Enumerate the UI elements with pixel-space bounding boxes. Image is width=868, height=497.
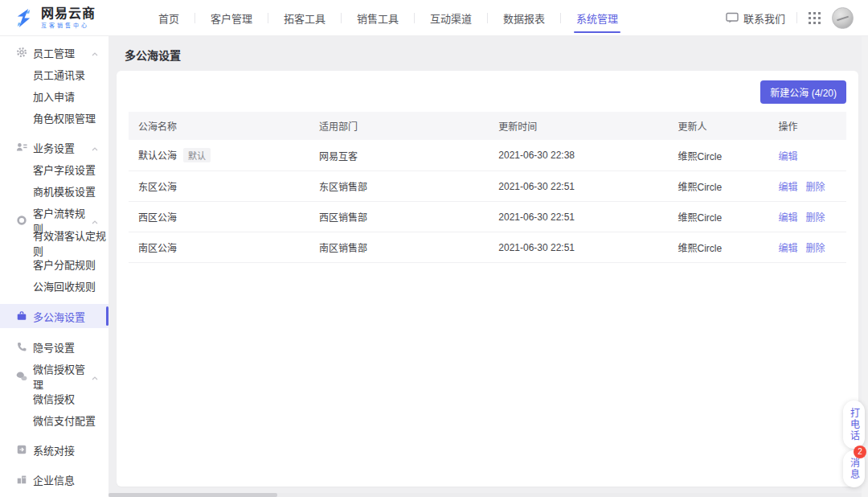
delete-link[interactable]: 删除 bbox=[806, 212, 825, 224]
logo-title: 网易云商 bbox=[41, 6, 96, 20]
logo-subtitle: 互客销售中心 bbox=[41, 21, 96, 29]
edit-link[interactable]: 编辑 bbox=[779, 151, 798, 162]
sidebar-item-label: 系统对接 bbox=[33, 442, 75, 458]
sidebar-item-system-integration[interactable]: 系统对接 bbox=[0, 438, 108, 461]
nav-customer-management[interactable]: 客户管理 bbox=[195, 0, 268, 35]
sidebar-item-label: 隐号设置 bbox=[33, 339, 75, 355]
pool-updater: 维熙Circle bbox=[669, 202, 769, 232]
sidebar-item-hidden-number-settings[interactable]: 隐号设置 bbox=[0, 335, 108, 358]
nav-data-reports[interactable]: 数据报表 bbox=[488, 0, 560, 35]
sidebar-item-label: 加入申请 bbox=[33, 88, 75, 104]
sidebar-item-label: 微信授权 bbox=[33, 391, 75, 406]
sidebar-item-label: 多公海设置 bbox=[33, 309, 85, 324]
pool-settings-card: 新建公海 (4/20) 公海名称 适用部门 更新时间 更新人 操作 bbox=[117, 71, 858, 487]
new-pool-button[interactable]: 新建公海 (4/20) bbox=[760, 80, 846, 104]
sidebar-section-employee-management[interactable]: 员工管理 bbox=[0, 41, 108, 64]
sidebar-item-wechat-auth[interactable]: 微信授权 bbox=[0, 388, 108, 409]
sidebar-item-label: 商机模板设置 bbox=[33, 183, 96, 199]
sidebar-item-label: 员工管理 bbox=[33, 45, 75, 60]
message-label: 消息 bbox=[848, 458, 861, 480]
sidebar-item-valid-lead-rules[interactable]: 有效潜客认定规则 bbox=[0, 232, 108, 253]
pool-department: 网易互客 bbox=[309, 140, 489, 171]
pool-department: 南区销售部 bbox=[309, 232, 489, 263]
default-badge: 默认 bbox=[183, 148, 211, 162]
main-content: 多公海设置 新建公海 (4/20) 公海名称 适用部门 更新时间 更新人 操作 bbox=[108, 36, 868, 497]
sidebar-item-label: 公海回收规则 bbox=[33, 278, 96, 294]
sidebar-item-label: 员工通讯录 bbox=[33, 67, 85, 82]
contact-us-label: 联系我们 bbox=[743, 10, 785, 26]
sidebar-item-multi-pool-settings[interactable]: 多公海设置 bbox=[0, 304, 108, 328]
chevron-up-icon bbox=[92, 47, 98, 59]
pool-department: 东区销售部 bbox=[309, 171, 489, 202]
contact-us-button[interactable]: 联系我们 bbox=[726, 10, 785, 26]
call-floating-button[interactable]: 打电话 bbox=[843, 400, 865, 449]
pool-update-time: 2021-06-30 22:51 bbox=[489, 202, 668, 232]
sidebar-item-label: 业务设置 bbox=[33, 140, 75, 155]
table-row: 默认公海默认 网易互客 2021-06-30 22:38 维熙Circle 编辑 bbox=[129, 140, 846, 171]
sidebar-item-label: 客户分配规则 bbox=[33, 257, 96, 272]
nav-sales-tools[interactable]: 销售工具 bbox=[342, 0, 414, 35]
sidebar-item-company-info[interactable]: 企业信息 bbox=[0, 468, 108, 491]
sidebar-item-join-requests[interactable]: 加入申请 bbox=[0, 85, 108, 107]
pool-update-time: 2021-06-30 22:51 bbox=[489, 232, 668, 263]
nav-prospecting-tools[interactable]: 拓客工具 bbox=[268, 0, 341, 35]
horizontal-scrollbar-thumb[interactable] bbox=[108, 493, 277, 497]
sidebar-item-customer-fields[interactable]: 客户字段设置 bbox=[0, 158, 108, 180]
chevron-up-icon bbox=[92, 215, 98, 227]
pool-update-time: 2021-06-30 22:38 bbox=[489, 140, 668, 171]
user-settings-icon bbox=[16, 142, 27, 153]
message-floating-button[interactable]: 2 消息 bbox=[843, 450, 865, 487]
topbar-separator bbox=[796, 12, 797, 23]
logo-text: 网易云商 互客销售中心 bbox=[41, 6, 96, 29]
chevron-up-icon bbox=[92, 142, 98, 154]
pool-name: 默认公海 bbox=[138, 150, 177, 162]
nav-system-management[interactable]: 系统管理 bbox=[561, 0, 633, 35]
delete-link[interactable]: 删除 bbox=[806, 243, 825, 254]
pool-updater: 维熙Circle bbox=[669, 140, 769, 171]
sidebar-section-wechat-authorization[interactable]: 微信授权管理 bbox=[0, 365, 108, 388]
delete-link[interactable]: 删除 bbox=[806, 182, 825, 193]
table-row: 东区公海 东区销售部 2021-06-30 22:51 维熙Circle 编辑删… bbox=[129, 171, 846, 202]
horizontal-scrollbar-track[interactable] bbox=[108, 493, 868, 497]
edit-link[interactable]: 编辑 bbox=[779, 243, 798, 254]
sidebar-item-label: 企业信息 bbox=[33, 472, 75, 487]
pool-name: 南区公海 bbox=[138, 243, 177, 254]
edit-link[interactable]: 编辑 bbox=[779, 182, 798, 193]
nav-home[interactable]: 首页 bbox=[143, 0, 194, 35]
table-header-row: 公海名称 适用部门 更新时间 更新人 操作 bbox=[129, 112, 846, 140]
gear-icon bbox=[16, 47, 27, 58]
sidebar-item-employee-directory[interactable]: 员工通讯录 bbox=[0, 64, 108, 85]
col-header-update-time: 更新时间 bbox=[489, 112, 668, 140]
pool-department: 西区销售部 bbox=[309, 202, 489, 232]
nav-interaction-channels[interactable]: 互动渠道 bbox=[415, 0, 487, 35]
wechat-bubbles-icon bbox=[16, 371, 27, 382]
user-avatar[interactable] bbox=[832, 7, 854, 29]
topbar-right: 联系我们 bbox=[726, 7, 868, 29]
flow-circle-icon bbox=[16, 215, 27, 226]
sidebar-item-label: 微信支付配置 bbox=[33, 413, 96, 428]
building-icon bbox=[16, 474, 27, 485]
sidebar-item-opportunity-templates[interactable]: 商机模板设置 bbox=[0, 180, 108, 202]
chevron-up-icon bbox=[92, 371, 98, 383]
app-window: 网易云商 互客销售中心 首页 客户管理 拓客工具 销售工具 互动渠道 数据报表 … bbox=[0, 0, 868, 497]
brand-logo[interactable]: 网易云商 互客销售中心 bbox=[0, 6, 143, 29]
briefcase-icon bbox=[16, 310, 27, 322]
pool-table: 公海名称 适用部门 更新时间 更新人 操作 默认公海默认 网易互客 2021-0… bbox=[129, 112, 846, 263]
sidebar-item-pool-recycle-rules[interactable]: 公海回收规则 bbox=[0, 275, 108, 297]
message-count-badge: 2 bbox=[854, 446, 866, 458]
sidebar-item-role-permissions[interactable]: 角色权限管理 bbox=[0, 107, 108, 129]
topbar: 网易云商 互客销售中心 首页 客户管理 拓客工具 销售工具 互动渠道 数据报表 … bbox=[0, 0, 868, 36]
app-grid-icon[interactable] bbox=[809, 12, 821, 24]
call-label: 打电话 bbox=[848, 408, 861, 442]
table-row: 南区公海 南区销售部 2021-06-30 22:51 维熙Circle 编辑删… bbox=[129, 232, 846, 263]
pool-name: 西区公海 bbox=[138, 212, 177, 224]
edit-link[interactable]: 编辑 bbox=[779, 212, 798, 224]
sidebar-section-business-settings[interactable]: 业务设置 bbox=[0, 136, 108, 158]
main-nav: 首页 客户管理 拓客工具 销售工具 互动渠道 数据报表 系统管理 bbox=[143, 0, 633, 35]
pool-updater: 维熙Circle bbox=[669, 171, 769, 202]
sidebar-item-wechat-pay-config[interactable]: 微信支付配置 bbox=[0, 409, 108, 431]
logo-icon bbox=[13, 7, 35, 29]
pool-update-time: 2021-06-30 22:51 bbox=[489, 171, 668, 202]
pool-updater: 维熙Circle bbox=[669, 232, 769, 263]
sidebar-item-customer-assignment-rules[interactable]: 客户分配规则 bbox=[0, 253, 108, 275]
